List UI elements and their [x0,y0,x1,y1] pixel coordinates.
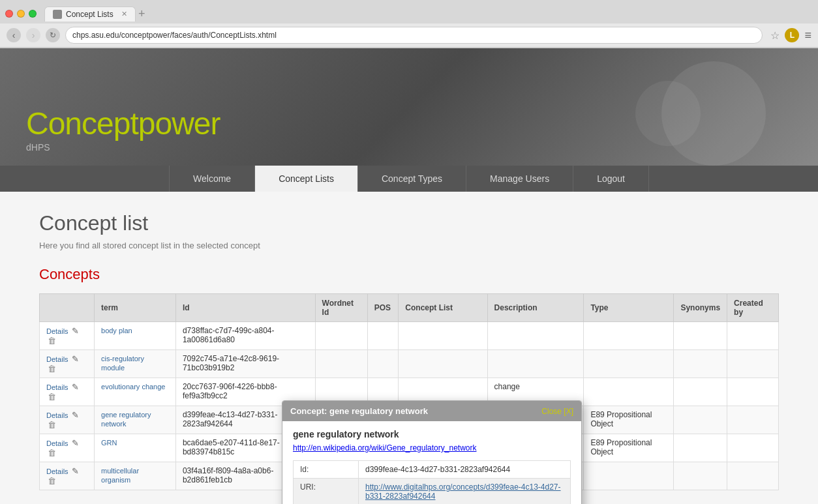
delete-icon[interactable]: 🗑 [48,364,56,374]
edit-icon[interactable]: ✎ [72,410,79,420]
nav-item-concept-lists[interactable]: Concept Lists [255,166,358,192]
nav-item-manage-users[interactable]: Manage Users [466,166,573,192]
modal-title: Concept: gene regulatory network [290,406,428,416]
edit-icon[interactable]: ✎ [72,466,79,476]
modal-body: gene regulatory network http://en.wikipe… [282,421,581,504]
field-label: Id: [294,461,359,479]
details-link[interactable]: Details [46,383,68,391]
nav-item-logout[interactable]: Logout [573,166,649,192]
window-controls [5,10,37,18]
col-wordnet-id: Wordnet Id [315,294,367,322]
col-description: Description [487,294,584,322]
modal-detail-table: Id: d399feae-4c13-4d27-b331-2823af942644… [293,460,571,504]
tab-title: Concept Lists [66,10,114,19]
maximize-window-control[interactable] [29,10,37,18]
tab-bar: Concept Lists ✕ + [0,0,818,23]
new-tab-button[interactable]: + [138,7,145,21]
row-actions: Details ✎ 🗑 [40,462,95,490]
term-link[interactable]: GRN [101,439,117,447]
delete-icon[interactable]: 🗑 [48,336,56,346]
minimize-window-control[interactable] [17,10,25,18]
delete-icon[interactable]: 🗑 [48,448,56,458]
details-link[interactable]: Details [46,327,68,335]
term-link[interactable]: multicellular organism [101,467,139,484]
app-title: Conceptpower [26,108,220,140]
refresh-button[interactable]: ↻ [46,28,60,42]
modal-header: Concept: gene regulatory network Close [… [282,401,581,421]
details-link[interactable]: Details [46,467,68,475]
tab-close-button[interactable]: ✕ [121,10,127,18]
modal-field-uri: URI: http://www.digitalhps.org/concepts/… [294,479,571,505]
nav-bar: Welcome Concept Lists Concept Types Mana… [0,166,818,192]
modal-concept-url[interactable]: http://en.wikipedia.org/wiki/Gene_regula… [293,443,571,452]
row-actions: Details ✎ 🗑 [40,434,95,462]
app-title-plain: Concept [26,106,138,141]
col-synonyms: Synonyms [674,294,727,322]
col-id: Id [175,294,315,322]
delete-icon[interactable]: 🗑 [48,476,56,486]
app-header: Conceptpower dHPS [0,48,818,166]
col-created-by: Created by [727,294,779,322]
edit-icon[interactable]: ✎ [72,438,79,448]
menu-icon[interactable]: ≡ [804,29,811,42]
table-row: Details ✎ 🗑 cis-regulatory module 7092c7… [40,350,779,378]
col-actions [40,294,95,322]
row-actions: Details ✎ 🗑 [40,350,95,378]
profile-icon[interactable]: L [785,28,799,42]
section-title: Concepts [39,266,779,283]
nav-item-welcome[interactable]: Welcome [169,166,255,192]
delete-icon[interactable]: 🗑 [48,420,56,430]
uri-link[interactable]: http://www.digitalhps.org/concepts/d399f… [365,482,561,501]
page-title: Concept list [39,211,779,235]
tab-favicon [53,10,62,19]
table-row: Details ✎ 🗑 body plan d738ffac-c7d7-499c… [40,322,779,350]
modal-concept-name: gene regulatory network [293,429,571,439]
modal-close-button[interactable]: Close [X] [541,407,573,416]
edit-icon[interactable]: ✎ [72,354,79,364]
field-value: http://www.digitalhps.org/concepts/d399f… [359,479,571,505]
forward-button[interactable]: › [26,28,40,42]
row-actions: Details ✎ 🗑 [40,406,95,434]
edit-icon[interactable]: ✎ [72,382,79,392]
col-concept-list: Concept List [399,294,487,322]
concept-detail-modal: Concept: gene regulatory network Close [… [282,400,582,504]
delete-icon[interactable]: 🗑 [48,392,56,402]
address-bar: ‹ › ↻ ☆ L ≡ [0,23,818,48]
page-description: Here you find all stored concept list in… [39,241,779,250]
bookmark-icon[interactable]: ☆ [770,29,780,42]
field-value: d399feae-4c13-4d27-b331-2823af942644 [359,461,571,479]
page-content: Concept list Here you find all stored co… [0,192,818,504]
term-link[interactable]: body plan [101,327,132,334]
details-link[interactable]: Details [46,355,68,363]
row-actions: Details ✎ 🗑 [40,378,95,406]
col-type: Type [584,294,674,322]
col-pos: POS [367,294,399,322]
browser-tab[interactable]: Concept Lists ✕ [44,7,136,22]
concept-url-link[interactable]: http://en.wikipedia.org/wiki/Gene_regula… [293,443,476,452]
row-actions: Details ✎ 🗑 [40,322,95,350]
back-button[interactable]: ‹ [7,28,21,42]
field-label: URI: [294,479,359,505]
close-window-control[interactable] [5,10,13,18]
term-link[interactable]: gene regulatory network [101,411,151,428]
col-term: term [95,294,176,322]
browser-chrome: Concept Lists ✕ + ‹ › ↻ ☆ L ≡ [0,0,818,48]
details-link[interactable]: Details [46,439,68,447]
modal-field-id: Id: d399feae-4c13-4d27-b331-2823af942644 [294,461,571,479]
row-id: 7092c745-a71e-42c8-9619-71bc03b919b2 [175,350,315,378]
app-title-accent: power [138,106,220,141]
app-subtitle: dHPS [26,142,220,153]
nav-item-concept-types[interactable]: Concept Types [358,166,466,192]
details-link[interactable]: Details [46,411,68,419]
app-title-wrap: Conceptpower dHPS [26,108,220,153]
row-id: d738ffac-c7d7-499c-a804-1a00861d6a80 [175,322,315,350]
term-link[interactable]: evolutionary change [101,383,165,391]
url-input[interactable] [65,27,763,44]
term-link[interactable]: cis-regulatory module [101,355,144,372]
edit-icon[interactable]: ✎ [72,326,79,336]
